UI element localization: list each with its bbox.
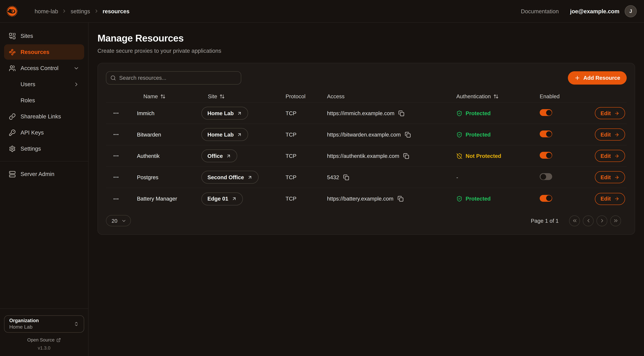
- site-link[interactable]: Office: [202, 150, 237, 162]
- header-name[interactable]: Name: [137, 94, 202, 100]
- open-source-link[interactable]: Open Source: [4, 338, 84, 342]
- edit-cell: Edit: [595, 150, 630, 162]
- sidebar-item-resources[interactable]: Resources: [4, 44, 84, 60]
- enabled-cell: [540, 130, 595, 138]
- pagination: Page 1 of 1: [531, 215, 627, 226]
- edit-button[interactable]: Edit: [595, 150, 625, 162]
- edit-button[interactable]: Edit: [595, 171, 625, 183]
- sidebar-item-api-keys[interactable]: API Keys: [4, 125, 84, 140]
- pangolin-logo-icon[interactable]: [6, 5, 18, 18]
- sidebar-item-users[interactable]: Users: [4, 76, 84, 92]
- plus-icon: [574, 75, 580, 81]
- access-cell: https://immich.example.com: [327, 110, 456, 116]
- page-size-select[interactable]: 20: [106, 215, 131, 226]
- header-authentication[interactable]: Authentication: [456, 94, 540, 100]
- search-input[interactable]: [119, 75, 237, 81]
- link-icon: [9, 113, 16, 120]
- breadcrumb-settings[interactable]: settings: [70, 8, 90, 14]
- enabled-toggle[interactable]: [540, 195, 552, 202]
- avatar[interactable]: J: [625, 5, 637, 17]
- table-row: Bitwarden Home Lab TCP https://bitwarden…: [106, 124, 627, 146]
- combine-icon: [9, 32, 16, 39]
- edit-button-label: Edit: [600, 174, 611, 180]
- row-menu-button[interactable]: [110, 150, 122, 162]
- card-toolbar: Add Resource: [106, 71, 627, 84]
- first-page-button[interactable]: [569, 215, 580, 226]
- edit-button[interactable]: Edit: [595, 193, 625, 205]
- sidebar-item-label: Sites: [20, 32, 33, 39]
- auth-status: Protected: [456, 196, 540, 202]
- row-menu-button[interactable]: [110, 193, 122, 205]
- sidebar-item-server-admin[interactable]: Server Admin: [4, 166, 84, 182]
- sort-icon: [220, 94, 225, 99]
- page-size-value: 20: [112, 218, 117, 224]
- enabled-toggle[interactable]: [540, 109, 552, 116]
- edit-cell: Edit: [595, 171, 630, 183]
- edit-cell: Edit: [595, 107, 630, 119]
- table-row: Authentik Office TCP https://authentik.e…: [106, 146, 627, 167]
- resource-protocol: TCP: [286, 132, 327, 138]
- row-menu-button[interactable]: [110, 171, 122, 183]
- documentation-link[interactable]: Documentation: [521, 8, 559, 14]
- user-email: joe@example.com: [570, 8, 620, 14]
- header-site-label: Site: [208, 94, 217, 100]
- org-selector-lines: Organization Home Lab: [9, 318, 39, 330]
- row-menu-button[interactable]: [110, 107, 122, 119]
- toggle-knob: [546, 110, 552, 116]
- site-link[interactable]: Edge 01: [202, 192, 243, 205]
- resource-name: Battery Manager: [137, 196, 202, 202]
- site-link[interactable]: Home Lab: [202, 107, 248, 120]
- sidebar-item-settings[interactable]: Settings: [4, 141, 84, 156]
- sidebar-item-shareable-links[interactable]: Shareable Links: [4, 109, 84, 124]
- resource-protocol: TCP: [286, 110, 327, 116]
- org-selector-wrap: Organization Home Lab Open Source v1.3.0: [0, 309, 88, 356]
- arrow-right-icon: [614, 132, 619, 137]
- sidebar-item-access-control[interactable]: Access Control: [4, 60, 84, 76]
- sidebar-item-roles[interactable]: Roles: [4, 92, 84, 108]
- arrow-right-icon: [614, 175, 619, 180]
- breadcrumb-org[interactable]: home-lab: [35, 8, 58, 14]
- edit-button[interactable]: Edit: [595, 128, 625, 140]
- resource-protocol: TCP: [286, 196, 327, 202]
- last-page-button[interactable]: [610, 215, 621, 226]
- shield-check-icon: [456, 110, 462, 116]
- open-source-label: Open Source: [27, 338, 54, 342]
- row-menu-button[interactable]: [110, 128, 122, 140]
- site-link[interactable]: Home Lab: [202, 128, 248, 141]
- sidebar-item-sites[interactable]: Sites: [4, 28, 84, 44]
- site-link[interactable]: Second Office: [202, 171, 258, 184]
- enabled-toggle[interactable]: [540, 152, 552, 159]
- header-site[interactable]: Site: [202, 94, 286, 100]
- copy-button[interactable]: [398, 196, 404, 202]
- resource-access: https://authentik.example.com: [327, 153, 399, 159]
- edit-button[interactable]: Edit: [595, 107, 625, 119]
- site-name: Second Office: [208, 174, 244, 180]
- search-icon: [110, 75, 116, 81]
- add-resource-button[interactable]: Add Resource: [568, 71, 627, 84]
- next-page-button[interactable]: [596, 215, 607, 226]
- site-cell: Home Lab: [202, 107, 286, 120]
- enabled-toggle[interactable]: [540, 130, 552, 137]
- copy-button[interactable]: [398, 110, 404, 116]
- key-icon: [9, 129, 16, 136]
- chevron-down-icon: [73, 65, 79, 71]
- row-menu-cell: [106, 193, 137, 205]
- arrow-right-icon: [614, 110, 619, 116]
- resources-card: Add Resource Name Site P: [98, 63, 635, 235]
- table-header-row: Name Site Protocol Access Authentication: [106, 90, 627, 103]
- copy-button[interactable]: [403, 153, 409, 159]
- org-selector[interactable]: Organization Home Lab: [4, 315, 84, 333]
- chevron-right-icon: [94, 8, 99, 14]
- copy-button[interactable]: [405, 132, 411, 138]
- enabled-cell: [540, 152, 595, 160]
- previous-page-button[interactable]: [583, 215, 594, 226]
- arrow-up-right-icon: [232, 196, 237, 201]
- header-access: Access: [327, 94, 456, 100]
- header-name-label: Name: [144, 94, 158, 100]
- enabled-toggle[interactable]: [540, 173, 552, 180]
- copy-button[interactable]: [343, 174, 349, 180]
- header-enabled-label: Enabled: [540, 94, 560, 100]
- resource-name: Bitwarden: [137, 132, 202, 138]
- copy-icon: [398, 110, 404, 116]
- table-body: Immich Home Lab TCP https://immich.examp…: [106, 103, 627, 210]
